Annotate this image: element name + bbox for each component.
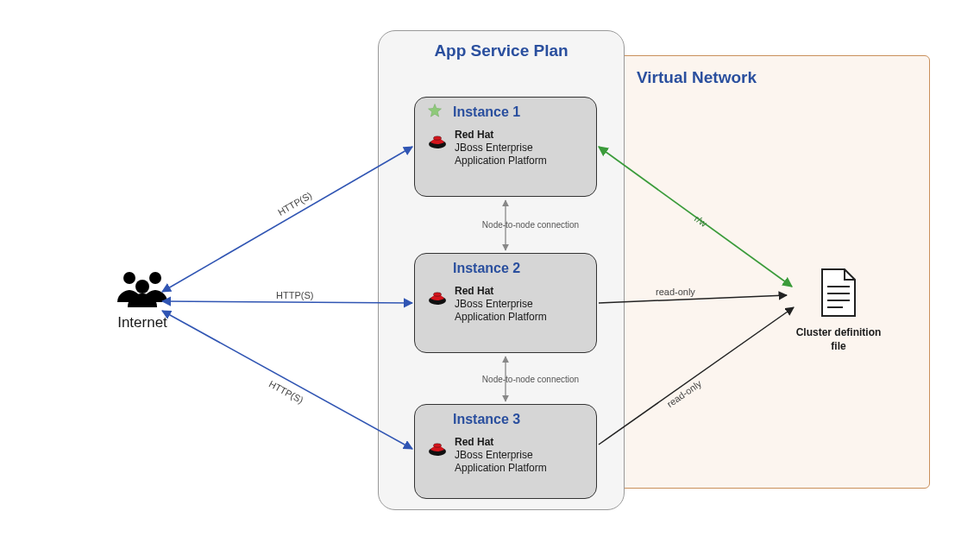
svg-point-0 — [123, 272, 135, 284]
document-icon — [819, 268, 858, 318]
internet-label: Internet — [95, 314, 190, 331]
edge-http-1 — [162, 147, 412, 292]
instance-3-title: Instance 3 — [453, 412, 584, 427]
edge-label-http1: HTTP(S) — [276, 190, 314, 218]
instance-1-redhat-text: Red Hat JBoss Enterprise Application Pla… — [455, 129, 547, 167]
edge-label-node-conn1: Node-to-node connection — [466, 220, 595, 230]
virtual-network-title: Virtual Network — [637, 68, 757, 87]
redhat-brand: Red Hat — [455, 285, 493, 297]
instance-2-title: Instance 2 — [453, 261, 584, 276]
redhat-line1: JBoss Enterprise — [455, 298, 533, 310]
instance-3-redhat-text: Red Hat JBoss Enterprise Application Pla… — [455, 436, 547, 475]
redhat-line2: Application Platform — [455, 311, 547, 323]
redhat-icon — [427, 438, 448, 458]
redhat-brand: Red Hat — [455, 436, 493, 448]
redhat-icon — [427, 287, 448, 307]
instance-card-3: Instance 3 Red Hat JBoss Enterprise Appl… — [414, 404, 597, 499]
cluster-file-node: Cluster definition file — [782, 268, 895, 353]
internet-node: Internet — [95, 268, 190, 331]
edge-http-3 — [162, 311, 412, 449]
edge-label-http3: HTTP(S) — [267, 379, 305, 406]
svg-point-2 — [135, 280, 149, 293]
instance-card-2: Instance 2 Red Hat JBoss Enterprise Appl… — [414, 253, 597, 353]
instance-1-title: Instance 1 — [453, 104, 584, 120]
edge-label-http2: HTTP(S) — [276, 290, 313, 300]
svg-marker-3 — [429, 104, 442, 117]
instance-2-redhat-text: Red Hat JBoss Enterprise Application Pla… — [455, 285, 547, 324]
redhat-icon — [427, 130, 448, 151]
svg-point-9 — [434, 444, 442, 447]
svg-point-1 — [149, 272, 161, 284]
edge-http-2 — [162, 301, 412, 303]
svg-point-7 — [434, 293, 442, 296]
redhat-line1: JBoss Enterprise — [455, 142, 533, 154]
cluster-file-label-line1: Cluster definition — [796, 326, 882, 338]
users-icon — [112, 268, 173, 311]
star-icon — [427, 103, 443, 118]
redhat-brand: Red Hat — [455, 129, 493, 141]
svg-point-5 — [434, 136, 442, 140]
instance-card-1: Instance 1 Red Hat JBoss Enterprise Appl… — [414, 97, 597, 197]
diagram-canvas: Virtual Network App Service Plan Interne… — [0, 0, 980, 549]
edge-label-readonly1: read-only — [656, 287, 695, 297]
redhat-line2: Application Platform — [455, 462, 547, 474]
redhat-line2: Application Platform — [455, 155, 547, 167]
redhat-line1: JBoss Enterprise — [455, 449, 533, 461]
cluster-file-label: Cluster definition file — [782, 326, 895, 353]
edge-label-node-conn2: Node-to-node connection — [466, 375, 595, 384]
app-service-plan-title: App Service Plan — [379, 41, 624, 60]
cluster-file-label-line2: file — [831, 340, 845, 352]
